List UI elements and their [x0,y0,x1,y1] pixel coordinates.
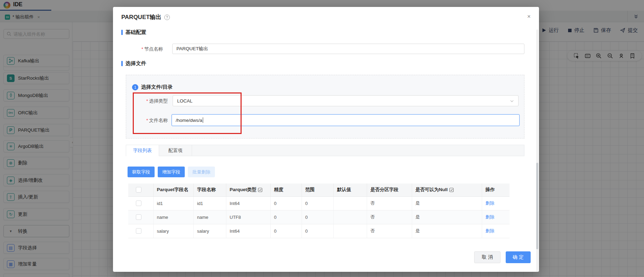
dialog-title-text: PARQUET输出 [121,13,162,21]
dialog-title: PARQUET输出 ? [121,13,170,21]
chevron-down-icon [510,99,514,103]
tab-config-items[interactable]: 配置项 [159,145,192,156]
section-basic-config: 基础配置 [121,29,146,36]
parquet-output-dialog: PARQUET输出 ? × 基础配置 *节点名称 PARQUET输出 选择文件 … [113,7,539,272]
col-range: 范围 [302,184,333,196]
select-all-checkbox[interactable] [136,187,141,193]
batch-delete-button[interactable]: 批量删除 [188,167,215,177]
col-is-partition: 是否分区字段 [367,184,412,196]
delete-row-link[interactable]: 删除 [486,200,495,206]
help-icon[interactable]: ? [164,15,170,20]
node-name-input[interactable]: PARQUET输出 [172,44,524,54]
delete-row-link[interactable]: 删除 [486,228,495,233]
scrollbar-thumb[interactable] [536,163,538,249]
table-row: salary salary Int64 0 0 否 是 删除 [128,224,510,238]
node-name-value: PARQUET输出 [176,46,208,52]
row-checkbox[interactable] [136,228,141,234]
section-accent-bar [121,61,123,66]
required-mark: * [146,99,148,104]
table-header-row: Parquet字段名 字段名称 Parquet类型 精度 范围 默认值 是否分区… [128,184,510,196]
file-name-label: *文件名称 [130,117,168,124]
node-name-label: *节点名称 [125,46,163,52]
select-type-value: LOCAL [177,98,192,104]
text-cursor [203,117,203,123]
section-title: 基础配置 [125,29,146,36]
tab-field-list[interactable]: 字段列表 [126,145,159,156]
step-number-badge: 1 [132,84,138,90]
col-parquet-field-name: Parquet字段名 [153,184,193,196]
cancel-button[interactable]: 取 消 [474,251,501,263]
section-select-file: 选择文件 [121,60,146,67]
edit-icon[interactable] [449,188,454,192]
col-precision: 精度 [270,184,302,196]
col-parquet-type: Parquet类型 [226,184,270,196]
field-tabs: 字段列表 配置项 [126,145,524,156]
required-mark: * [146,118,148,123]
row-checkbox[interactable] [136,214,141,220]
table-row: name name UTF8 0 0 否 是 删除 [128,210,510,224]
select-type-dropdown[interactable]: LOCAL [173,95,519,106]
step-header: 1 选择文件/目录 [132,84,173,90]
delete-row-link[interactable]: 删除 [486,214,495,220]
edit-icon[interactable] [258,188,262,192]
dialog-close-icon[interactable]: × [525,12,533,21]
col-field-name: 字段名称 [193,184,226,196]
modal-scrollbar [536,29,538,272]
section-title: 选择文件 [125,60,146,67]
file-select-panel: 1 选择文件/目录 *选择类型 LOCAL *文件名称 /home/dws/a [126,75,524,138]
file-name-input[interactable]: /home/dws/a [172,114,520,126]
file-name-value: /home/dws/a [176,118,202,123]
field-table: Parquet字段名 字段名称 Parquet类型 精度 范围 默认值 是否分区… [128,184,510,238]
get-fields-button[interactable]: 获取字段 [128,167,155,177]
select-type-label: *选择类型 [130,98,168,104]
col-actions: 操作 [482,184,510,196]
add-field-button[interactable]: 增加字段 [158,167,185,177]
required-mark: * [141,47,143,52]
confirm-button[interactable]: 确 定 [506,251,531,263]
section-accent-bar [121,30,123,35]
col-default-value: 默认值 [333,184,367,196]
row-checkbox[interactable] [136,200,141,206]
step-title: 选择文件/目录 [141,84,173,90]
screen: IDE DI * 输出组件 × Kafka输出 [0,0,644,277]
table-row: id1 id1 Int64 0 0 否 是 删除 [128,196,510,210]
col-nullable: 是否可以为Null [412,184,482,196]
